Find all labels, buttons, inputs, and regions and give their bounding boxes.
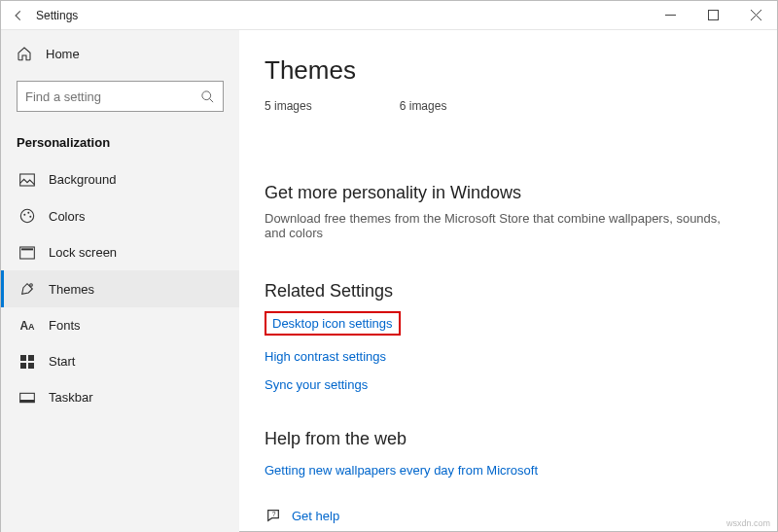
svg-rect-8 (21, 248, 33, 250)
svg-point-3 (20, 209, 33, 222)
lock-screen-icon (19, 246, 35, 260)
sidebar-item-label: Background (49, 172, 116, 187)
themes-icon (19, 281, 35, 297)
svg-rect-2 (20, 174, 35, 186)
link-sync-settings[interactable]: Sync your settings (265, 377, 777, 392)
svg-text:?: ? (272, 511, 276, 517)
sidebar: Home Personalization Background Colors (1, 30, 239, 532)
close-button[interactable] (734, 1, 777, 30)
start-icon (19, 355, 35, 369)
personality-heading: Get more personality in Windows (265, 183, 777, 203)
svg-point-1 (202, 90, 211, 99)
page-title: Themes (265, 55, 777, 86)
sidebar-item-label: Start (49, 354, 75, 369)
related-heading: Related Settings (265, 281, 777, 301)
search-box[interactable] (17, 81, 224, 112)
sidebar-item-label: Lock screen (49, 245, 117, 260)
sidebar-item-label: Taskbar (49, 390, 93, 405)
svg-point-4 (23, 214, 25, 216)
get-help-icon: ? (265, 508, 282, 523)
home-label: Home (46, 47, 80, 61)
sidebar-item-start[interactable]: Start (1, 343, 239, 379)
watermark: wsxdn.com (726, 518, 770, 528)
minimize-button[interactable] (649, 1, 691, 30)
fonts-icon: AA (19, 319, 35, 333)
colors-icon (19, 208, 35, 224)
category-label: Personalization (1, 127, 239, 161)
sidebar-item-themes[interactable]: Themes (1, 270, 239, 307)
link-desktop-icon-settings[interactable]: Desktop icon settings (265, 311, 401, 336)
sidebar-item-fonts[interactable]: AA Fonts (1, 307, 239, 343)
background-icon (19, 173, 35, 187)
svg-point-5 (27, 212, 29, 214)
sidebar-item-taskbar[interactable]: Taskbar (1, 379, 239, 415)
settings-window: Settings Home (0, 0, 778, 532)
sidebar-item-colors[interactable]: Colors (1, 197, 239, 234)
maximize-icon (708, 10, 719, 20)
taskbar-icon (19, 392, 35, 404)
theme-image-counts: 5 images 6 images (265, 99, 777, 113)
svg-rect-13 (28, 363, 34, 369)
titlebar: Settings (1, 1, 777, 30)
svg-point-6 (29, 216, 31, 218)
search-icon (200, 89, 215, 104)
sidebar-item-background[interactable]: Background (1, 161, 239, 197)
back-button[interactable] (1, 9, 36, 22)
image-count-left: 5 images (265, 99, 312, 113)
image-count-right: 6 images (400, 99, 447, 113)
sidebar-item-label: Themes (49, 282, 94, 297)
svg-rect-10 (20, 355, 26, 361)
svg-rect-11 (28, 355, 34, 361)
svg-point-9 (30, 284, 33, 287)
svg-rect-12 (20, 363, 26, 369)
svg-rect-15 (20, 400, 35, 403)
personality-sub: Download free themes from the Microsoft … (265, 211, 722, 240)
home-nav[interactable]: Home (1, 36, 239, 71)
back-arrow-icon (12, 9, 25, 22)
search-input[interactable] (25, 89, 191, 104)
home-icon (17, 46, 32, 61)
link-high-contrast-settings[interactable]: High contrast settings (265, 349, 777, 364)
sidebar-item-label: Fonts (49, 318, 81, 333)
close-icon (751, 10, 761, 20)
maximize-button[interactable] (691, 1, 734, 30)
sidebar-item-lock-screen[interactable]: Lock screen (1, 234, 239, 270)
help-heading: Help from the web (265, 429, 777, 449)
main-content: Themes 5 images 6 images Get more person… (239, 30, 777, 532)
link-get-help[interactable]: Get help (292, 509, 339, 523)
svg-rect-0 (708, 11, 718, 20)
minimize-icon (665, 10, 676, 20)
window-title: Settings (36, 9, 78, 22)
link-help-wallpapers[interactable]: Getting new wallpapers every day from Mi… (265, 463, 538, 478)
sidebar-item-label: Colors (49, 209, 86, 224)
